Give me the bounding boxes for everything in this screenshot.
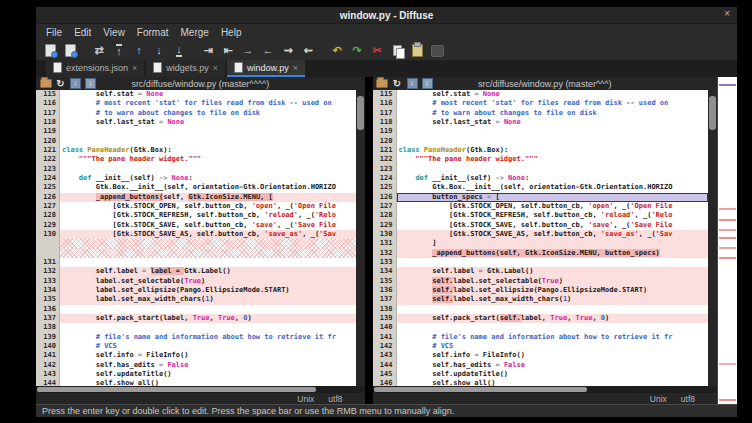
code-line[interactable]: 121class PaneHeader(Gtk.Box): (373, 146, 709, 155)
open-file-button[interactable] (39, 78, 52, 89)
tab-close-icon[interactable]: × (293, 63, 298, 73)
merge-from-right-then-left-button[interactable]: ⇜ (299, 42, 317, 59)
code-line[interactable]: 119 (373, 127, 709, 136)
code-line[interactable]: 132 _append_buttons(self, Gtk.IconSize.M… (373, 249, 709, 258)
code-line[interactable]: 143 self.updateTitle() (36, 370, 356, 379)
code-line[interactable]: 133 (373, 258, 709, 267)
code-line[interactable]: 143 self.info = FileInfo() (373, 351, 709, 360)
menu-edit[interactable]: Edit (68, 27, 97, 38)
realign-all-button[interactable]: ⇄ (90, 42, 108, 59)
tab-close-icon[interactable]: × (132, 63, 137, 73)
menu-format[interactable]: Format (131, 27, 175, 38)
code-line[interactable]: 129 [Gtk.STOCK_SAVE, self.button_cb, 'sa… (373, 221, 709, 230)
code-line[interactable]: 139 # file's name and information about … (36, 333, 356, 342)
save-file-as-button[interactable]: ↓ (84, 78, 97, 89)
code-line[interactable]: 141 self.info = FileInfo() (36, 351, 356, 360)
code-line[interactable]: 126 _append_buttons(self, Gtk.IconSize.M… (36, 193, 356, 202)
code-line[interactable]: 135 label.set_max_width_chars(1) (36, 295, 356, 304)
save-file-button[interactable]: ↓ (406, 78, 419, 89)
overview-map[interactable] (717, 77, 737, 404)
copy-selection-left-button[interactable]: ⇤ (219, 42, 237, 59)
code-line[interactable]: 144 self.has_edits = False (373, 361, 709, 370)
save-file-as-button[interactable]: ↓ (421, 78, 434, 89)
undo-button[interactable]: ↶ (328, 42, 346, 59)
scrollbar-thumb[interactable] (374, 387, 588, 392)
tab-close-icon[interactable]: × (213, 63, 218, 73)
code-line[interactable]: 131 ] (373, 239, 709, 248)
menu-merge[interactable]: Merge (175, 27, 215, 38)
reload-file-button[interactable]: ↻ (391, 78, 404, 89)
vertical-scrollbar-left[interactable] (356, 90, 365, 386)
redo-button[interactable]: ↷ (348, 42, 366, 59)
cut-button[interactable]: ✂ (368, 42, 386, 59)
code-line[interactable]: 125 Gtk.Box.__init__(self, orientation=G… (373, 183, 709, 192)
code-line[interactable]: 136 self.label.set_ellipsize(Pango.Ellip… (373, 286, 709, 295)
code-line[interactable]: 124 def __init__(self) -> None: (36, 174, 356, 183)
code-line[interactable]: 144 self.show_all() (36, 379, 356, 386)
code-line[interactable]: 131 (36, 258, 356, 267)
code-line[interactable]: 125 Gtk.Box.__init__(self, orientation=G… (36, 183, 356, 192)
code-line[interactable] (36, 249, 356, 258)
save-file-button[interactable]: ↓ (69, 78, 82, 89)
code-line[interactable] (36, 239, 356, 248)
code-line[interactable]: 138 (373, 305, 709, 314)
code-line[interactable]: 118 self.last_stat = None (36, 118, 356, 127)
tab-extensions-json[interactable]: extensions.json × (46, 60, 144, 77)
previous-difference-button[interactable]: ↑ (130, 42, 148, 59)
next-difference-button[interactable]: ↓ (150, 42, 168, 59)
code-line[interactable]: 119 (36, 127, 356, 136)
code-line[interactable]: 140 (373, 323, 709, 332)
code-line[interactable]: 126 button_specs = [ (373, 193, 709, 202)
copy-left-into-selection-button[interactable]: → (239, 42, 257, 59)
code-line[interactable]: 117 # to warn about changes to file on d… (373, 109, 709, 118)
code-line[interactable]: 135 self.label.set_selectable(True) (373, 277, 709, 286)
paste-button[interactable] (408, 42, 426, 59)
code-line[interactable]: 139 self.pack_start(self.label, True, Tr… (373, 314, 709, 323)
horizontal-scrollbar-right[interactable] (373, 386, 718, 393)
code-line[interactable]: 127 [Gtk.STOCK_OPEN, self.button_cb, 'op… (373, 202, 709, 211)
clear-edits-button[interactable] (428, 42, 446, 59)
code-editor-right[interactable]: 115 self.stat = None116 # most recent 's… (373, 90, 709, 386)
code-line[interactable]: 130 [Gtk.STOCK_SAVE_AS, self.button_cb, … (373, 230, 709, 239)
code-line[interactable]: 142 self.has_edits = False (36, 361, 356, 370)
code-line[interactable]: 118 self.last_stat = None (373, 118, 709, 127)
copy-button[interactable] (388, 42, 406, 59)
code-line[interactable]: 122 """The pane header widget.""" (373, 155, 709, 164)
vertical-scrollbar-right[interactable] (708, 90, 717, 386)
code-line[interactable]: 145 self.updateTitle() (373, 370, 709, 379)
code-line[interactable]: 141 # file's name and information about … (373, 333, 709, 342)
first-difference-button[interactable]: ↑ (110, 42, 128, 59)
menu-file[interactable]: File (40, 27, 68, 38)
window-close-button[interactable]: × (724, 8, 730, 19)
code-line[interactable]: 140 # VCS (36, 342, 356, 351)
code-line[interactable]: 132 self.label = label = Gtk.Label() (36, 267, 356, 276)
copy-selection-right-button[interactable]: ⇥ (199, 42, 217, 59)
open-file-button[interactable] (376, 78, 389, 89)
menu-help[interactable]: Help (215, 27, 248, 38)
code-line[interactable]: 130 [Gtk.STOCK_SAVE_AS, self.button_cb, … (36, 230, 356, 239)
code-line[interactable]: 116 # most recent 'stat' for files read … (36, 99, 356, 108)
code-line[interactable]: 129 [Gtk.STOCK_SAVE, self.button_cb, 'sa… (36, 221, 356, 230)
code-line[interactable]: 142 # VCS (373, 342, 709, 351)
scrollbar-thumb[interactable] (709, 96, 716, 130)
code-line[interactable]: 136 (36, 305, 356, 314)
code-line[interactable]: 137 self.pack_start(label, True, True, 0… (36, 314, 356, 323)
code-line[interactable]: 116 # most recent 'stat' for files read … (373, 99, 709, 108)
code-line[interactable]: 138 (36, 323, 356, 332)
tab-window-py[interactable]: window.py × (227, 60, 305, 77)
code-editor-left[interactable]: 115 self.stat = None116 # most recent 's… (36, 90, 356, 386)
horizontal-scrollbar-left[interactable] (36, 386, 365, 393)
code-line[interactable]: 134 label.set_ellipsize(Pango.EllipsizeM… (36, 286, 356, 295)
scrollbar-thumb[interactable] (37, 387, 316, 392)
code-line[interactable]: 146 self.show_all() (373, 379, 709, 386)
code-line[interactable]: 115 self.stat = None (373, 90, 709, 99)
code-line[interactable]: 122 """The pane header widget.""" (36, 155, 356, 164)
code-line[interactable]: 120 (373, 137, 709, 146)
scrollbar-thumb[interactable] (357, 96, 364, 130)
merge-from-left-then-right-button[interactable]: ⇝ (279, 42, 297, 59)
code-line[interactable]: 134 self.label = Gtk.Label() (373, 267, 709, 276)
tab-widgets-py[interactable]: widgets.py × (146, 60, 225, 77)
new-2way-file-merge-button[interactable] (41, 42, 59, 59)
reload-file-button[interactable]: ↻ (54, 78, 67, 89)
code-line[interactable]: 137 self.label.set_max_width_chars(1) (373, 295, 709, 304)
